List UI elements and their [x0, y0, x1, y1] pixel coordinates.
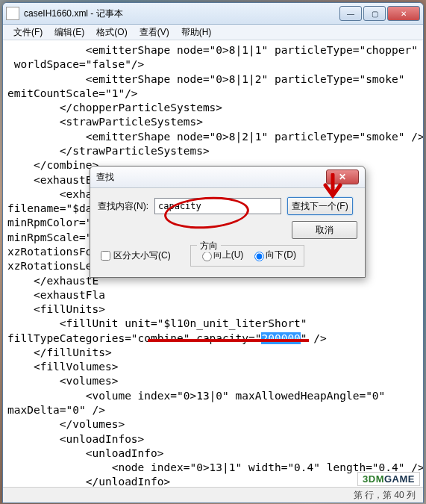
menubar: 文件(F) 编辑(E) 格式(O) 查看(V) 帮助(H)	[3, 25, 423, 40]
find-titlebar[interactable]: 查找 ✕	[90, 167, 365, 188]
watermark-prefix: 3DM	[363, 473, 384, 485]
find-label: 查找内容(N):	[98, 200, 154, 213]
minimize-button[interactable]: —	[339, 6, 362, 21]
menu-help[interactable]: 帮助(H)	[175, 25, 218, 40]
match-case-checkbox[interactable]: 区分大小写(C)	[98, 249, 171, 263]
maximize-button[interactable]: ▢	[363, 6, 386, 21]
close-button[interactable]: ✕	[387, 6, 420, 21]
find-next-button[interactable]: 查找下一个(F)	[287, 197, 353, 215]
menu-format[interactable]: 格式(O)	[90, 25, 133, 40]
direction-down[interactable]: 向下(D)	[251, 249, 296, 261]
titlebar[interactable]: caseIH1660.xml - 记事本 — ▢ ✕	[3, 3, 423, 25]
direction-group: 方向 向上(U) 向下(D)	[190, 245, 304, 267]
watermark-suffix: GAME	[384, 473, 415, 485]
match-case-input[interactable]	[101, 251, 110, 261]
window-controls: — ▢ ✕	[339, 6, 420, 21]
radio-down[interactable]	[254, 252, 264, 261]
direction-label: 方向	[197, 240, 221, 252]
radio-up[interactable]	[202, 252, 212, 261]
match-case-label: 区分大小写(C)	[113, 249, 171, 262]
notepad-icon	[6, 7, 19, 20]
find-input[interactable]	[154, 198, 281, 214]
window-title: caseIH1660.xml - 记事本	[24, 7, 339, 20]
menu-file[interactable]: 文件(F)	[7, 25, 48, 40]
menu-edit[interactable]: 编辑(E)	[48, 25, 90, 40]
watermark: 3DMGAME	[357, 472, 420, 486]
find-body: 查找内容(N): 查找下一个(F) 取消 区分大小写(C) 方向 向上(U)	[90, 188, 365, 277]
menu-view[interactable]: 查看(V)	[134, 25, 175, 40]
find-title: 查找	[96, 171, 326, 184]
find-close-button[interactable]: ✕	[326, 169, 359, 184]
statusbar: 第 行，第 40 列	[3, 487, 423, 503]
selected-text: 200000	[261, 332, 300, 344]
find-dialog: 查找 ✕ 查找内容(N): 查找下一个(F) 取消 区分大小写(C) 方向 向上…	[90, 166, 366, 278]
cancel-button[interactable]: 取消	[292, 221, 357, 239]
